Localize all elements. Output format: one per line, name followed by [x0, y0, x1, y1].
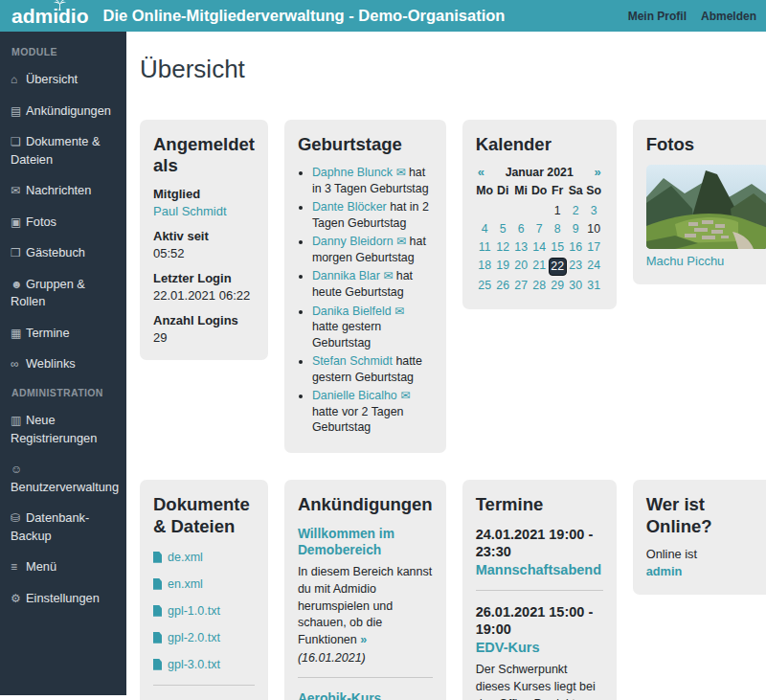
- online-user-link[interactable]: admin: [646, 564, 683, 578]
- calendar-empty-cell: [530, 203, 549, 219]
- mail-icon[interactable]: ✉: [394, 305, 404, 318]
- calendar-next-icon[interactable]: »: [594, 165, 600, 179]
- mail-icon[interactable]: ✉: [400, 389, 410, 402]
- sidebar: MODULE⌂Übersicht▤Ankündigungen❏Dokumente…: [0, 32, 126, 695]
- sidebar-item-label: Weblinks: [26, 356, 76, 371]
- calendar-day-link[interactable]: 29: [549, 278, 567, 294]
- birthday-text: hatte gestern Geburtstag: [312, 320, 381, 349]
- calendar-day-link[interactable]: 17: [585, 239, 603, 256]
- logout-link[interactable]: Abmelden: [701, 10, 756, 23]
- calendar-day-link[interactable]: 3: [585, 203, 603, 219]
- calendar-day-link[interactable]: 9: [567, 221, 585, 237]
- event-link[interactable]: EDV-Kurs: [476, 640, 603, 655]
- sidebar-item-label: Menü: [26, 559, 56, 574]
- admidio-logo[interactable]: admidio: [11, 6, 89, 26]
- sidebar-item-label: Nachrichten: [26, 183, 91, 197]
- file-link[interactable]: en.xml: [168, 577, 203, 591]
- member-profile-link[interactable]: Danika Bielfeld: [312, 305, 392, 318]
- calendar-day-link[interactable]: 31: [585, 278, 603, 294]
- calendar-grid: MoDiMiDoFrSaSo12345678910111213141516171…: [476, 183, 603, 294]
- file-row: gpl-2.0.txt: [153, 631, 255, 644]
- calendar-day-link[interactable]: 26: [494, 278, 512, 294]
- calendar-day-link[interactable]: 12: [494, 239, 512, 256]
- calendar-day-link[interactable]: 6: [512, 221, 530, 237]
- calendar-day-link[interactable]: 21: [530, 258, 549, 276]
- sidebar-item-dates[interactable]: ▦Termine: [11, 325, 116, 343]
- sidebar-section-heading: MODULE: [11, 46, 116, 57]
- sidebar-item-guestbook[interactable]: ❒Gästebuch: [11, 244, 116, 262]
- member-profile-link[interactable]: Stefan Schmidt: [312, 354, 393, 368]
- calendar-day-link[interactable]: 27: [512, 278, 530, 294]
- calendar-day-link[interactable]: 28: [530, 278, 549, 294]
- calendar-day-link[interactable]: 2: [567, 203, 585, 219]
- sidebar-item-preferences[interactable]: ⚙Einstellungen: [11, 590, 116, 608]
- member-profile-link[interactable]: Danny Bleidorn: [312, 235, 394, 248]
- weekday-label: Mo: [476, 183, 494, 199]
- photo-thumbnail[interactable]: [646, 165, 766, 249]
- calendar-day-link[interactable]: 30: [567, 278, 585, 294]
- field-label: Letzter Login: [153, 271, 255, 285]
- calendar-day-link[interactable]: 13: [512, 239, 530, 256]
- file-row: en.xml: [153, 577, 255, 591]
- sidebar-item-photos[interactable]: ▣Fotos: [11, 214, 116, 232]
- sidebar-item-database-backup[interactable]: ⛁Datenbank-Backup: [11, 509, 116, 545]
- sidebar-item-menu[interactable]: ≡Menü: [11, 558, 116, 576]
- calendar-icon: ▦: [11, 326, 26, 342]
- card-title: Fotos: [646, 134, 766, 155]
- sidebar-item-messages[interactable]: ✉Nachrichten: [11, 182, 116, 200]
- file-icon: ❏: [11, 134, 26, 150]
- read-more-link[interactable]: »: [360, 633, 367, 646]
- file-link[interactable]: de.xml: [168, 551, 203, 564]
- calendar-day-link[interactable]: 15: [549, 239, 567, 256]
- sidebar-item-registrations[interactable]: ▥Neue Registrierungen: [11, 412, 116, 447]
- photo-album-link[interactable]: Machu Picchu: [646, 254, 725, 268]
- calendar-day-link[interactable]: 19: [494, 258, 512, 276]
- calendar-prev-icon[interactable]: «: [478, 165, 484, 179]
- calendar-day-link[interactable]: 8: [549, 221, 567, 237]
- card-title: Kalender: [476, 134, 603, 155]
- calendar-day-link[interactable]: 16: [567, 239, 585, 256]
- member-profile-link[interactable]: Dannika Blar: [312, 269, 380, 282]
- weekday-label: Fr: [549, 183, 567, 199]
- calendar-day-link[interactable]: 24: [585, 258, 603, 276]
- calendar-day-link[interactable]: 25: [476, 278, 494, 294]
- card-title: Termine: [476, 494, 603, 515]
- announcement-title-link[interactable]: Aerobik-Kurs: [298, 690, 433, 700]
- calendar-day-link[interactable]: 7: [530, 221, 549, 237]
- card-title: Dokumente & Dateien: [153, 494, 255, 536]
- sidebar-item-weblinks[interactable]: ∞Weblinks: [11, 355, 116, 373]
- announcement-title-link[interactable]: Willkommen im Demobereich: [298, 526, 433, 558]
- calendar-day-selected[interactable]: 22: [549, 258, 567, 276]
- mail-icon[interactable]: ✉: [383, 269, 393, 282]
- member-profile-link[interactable]: Dante Blöcker: [312, 200, 387, 214]
- sidebar-nav: MODULE⌂Übersicht▤Ankündigungen❏Dokumente…: [11, 46, 116, 607]
- calendar-day-link[interactable]: 23: [567, 258, 585, 276]
- calendar-day-link[interactable]: 18: [476, 258, 494, 276]
- member-profile-link[interactable]: Daphne Blunck: [312, 166, 393, 179]
- address-card-icon: ▥: [11, 413, 26, 429]
- event-link[interactable]: Mannschaftsabend: [476, 562, 603, 577]
- sidebar-item-overview[interactable]: ⌂Übersicht: [11, 71, 116, 89]
- sidebar-item-announcements[interactable]: ▤Ankündigungen: [11, 102, 116, 121]
- event-datetime: 26.01.2021 15:00 - 19:00: [476, 603, 603, 638]
- online-text: Online ist: [646, 547, 766, 561]
- calendar-empty-cell: [476, 203, 494, 219]
- sidebar-item-groups[interactable]: ☻Gruppen & Rollen: [11, 276, 116, 311]
- date-entries: 24.01.2021 19:00 - 23:30Mannschaftsabend…: [476, 526, 603, 700]
- calendar-day-link[interactable]: 11: [476, 239, 494, 256]
- calendar-day-link[interactable]: 14: [530, 239, 549, 256]
- calendar-empty-cell: [494, 203, 512, 219]
- mail-icon[interactable]: ✉: [396, 235, 406, 248]
- sidebar-item-documents[interactable]: ❏Dokumente & Dateien: [11, 133, 116, 169]
- file-link[interactable]: gpl-1.0.txt: [168, 604, 220, 618]
- file-link[interactable]: gpl-2.0.txt: [168, 631, 220, 644]
- member-profile-link[interactable]: Danielle Bicalho: [312, 389, 397, 402]
- sidebar-item-user-management[interactable]: ☺Benutzerverwaltung: [11, 461, 116, 496]
- profile-link[interactable]: Paul Schmidt: [153, 204, 255, 218]
- mail-icon[interactable]: ✉: [395, 166, 405, 179]
- calendar-day-link[interactable]: 4: [476, 221, 494, 237]
- file-link[interactable]: gpl-3.0.txt: [168, 658, 220, 671]
- calendar-day-link[interactable]: 5: [494, 221, 512, 237]
- calendar-day-link[interactable]: 20: [512, 258, 530, 276]
- my-profile-link[interactable]: Mein Profil: [628, 10, 687, 23]
